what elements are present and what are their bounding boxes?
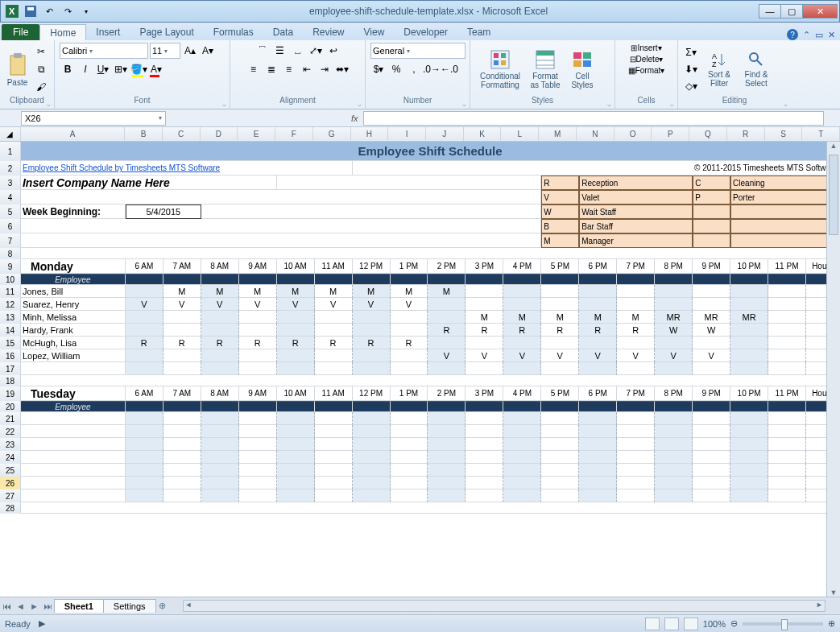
- shift-cell[interactable]: [617, 412, 655, 425]
- shift-cell[interactable]: [239, 464, 277, 477]
- shift-cell[interactable]: [503, 337, 541, 349]
- select-all-corner[interactable]: ◢: [0, 127, 21, 141]
- shift-cell[interactable]: [163, 489, 201, 502]
- col-header-T[interactable]: T: [802, 127, 840, 141]
- shift-cell[interactable]: R: [239, 337, 277, 349]
- shift-cell[interactable]: [503, 489, 541, 502]
- shift-cell[interactable]: [239, 477, 277, 489]
- row-header[interactable]: 3: [0, 176, 21, 190]
- macro-record-icon[interactable]: ▶: [39, 618, 45, 629]
- legend-code[interactable]: B: [541, 219, 579, 233]
- shift-cell[interactable]: [391, 425, 428, 438]
- fill-icon[interactable]: ⬇▾: [683, 61, 699, 77]
- ribbon-tab-data[interactable]: Data: [263, 24, 303, 40]
- shift-cell[interactable]: [730, 337, 768, 349]
- shift-cell[interactable]: [503, 412, 541, 425]
- horizontal-scrollbar[interactable]: [183, 600, 826, 612]
- shift-cell[interactable]: [579, 285, 617, 298]
- legend-name2[interactable]: Porter: [730, 190, 840, 204]
- shift-cell[interactable]: [277, 349, 315, 362]
- increase-indent-icon[interactable]: ⇥: [317, 61, 333, 77]
- shift-cell[interactable]: [201, 451, 239, 464]
- subhdr[interactable]: [541, 274, 579, 285]
- week-beginning-label[interactable]: Week Beginning:: [21, 204, 126, 219]
- time-header[interactable]: 1 PM: [391, 386, 428, 401]
- col-header-H[interactable]: H: [351, 127, 389, 141]
- subhdr[interactable]: [503, 274, 541, 285]
- shift-cell[interactable]: [201, 438, 239, 451]
- shift-cell[interactable]: [163, 412, 201, 425]
- shift-cell[interactable]: [466, 489, 503, 502]
- subhdr[interactable]: [239, 401, 277, 412]
- shift-cell[interactable]: [579, 412, 617, 425]
- shift-cell[interactable]: [693, 337, 730, 349]
- shift-cell[interactable]: [277, 451, 315, 464]
- legend-name2[interactable]: [730, 233, 840, 248]
- shift-cell[interactable]: [391, 311, 428, 324]
- shift-cell[interactable]: [579, 477, 617, 489]
- shift-cell[interactable]: [730, 438, 768, 451]
- shift-cell[interactable]: [391, 438, 428, 451]
- shift-cell[interactable]: [277, 412, 315, 425]
- align-center-icon[interactable]: ≣: [263, 61, 279, 77]
- shift-cell[interactable]: [579, 425, 617, 438]
- shift-cell[interactable]: [239, 489, 277, 502]
- shift-cell[interactable]: M: [503, 311, 541, 324]
- subhdr[interactable]: [466, 401, 503, 412]
- subhdr[interactable]: [617, 401, 655, 412]
- shift-cell[interactable]: V: [163, 298, 201, 311]
- shift-cell[interactable]: [277, 362, 315, 375]
- page-break-view-icon[interactable]: [684, 618, 698, 630]
- cell-styles-button[interactable]: Cell Styles: [565, 43, 599, 95]
- shift-cell[interactable]: R: [541, 324, 579, 337]
- shift-cell[interactable]: [126, 477, 163, 489]
- maximize-button[interactable]: ▢: [780, 4, 803, 19]
- shift-cell[interactable]: [466, 464, 503, 477]
- font-name-combo[interactable]: Calibri: [60, 43, 148, 59]
- row-header[interactable]: 13: [0, 311, 21, 324]
- shift-cell[interactable]: [163, 324, 201, 337]
- shift-cell[interactable]: [579, 362, 617, 375]
- legend-name2[interactable]: [730, 204, 840, 219]
- time-header[interactable]: 10 AM: [277, 386, 315, 401]
- shift-cell[interactable]: [541, 362, 579, 375]
- increase-font-icon[interactable]: A▴: [182, 43, 198, 59]
- shift-cell[interactable]: [617, 464, 655, 477]
- subhdr[interactable]: [315, 274, 353, 285]
- font-color-button[interactable]: A▾: [148, 61, 164, 77]
- shift-cell[interactable]: [768, 349, 806, 362]
- row-header[interactable]: 16: [0, 349, 21, 362]
- employee-name[interactable]: [21, 464, 126, 477]
- border-button[interactable]: ⊞▾: [113, 61, 129, 77]
- legend-code2[interactable]: [693, 219, 730, 233]
- col-header-B[interactable]: B: [125, 127, 163, 141]
- legend-name[interactable]: Manager: [579, 233, 693, 248]
- shift-cell[interactable]: [503, 425, 541, 438]
- row-header[interactable]: 26: [0, 477, 21, 489]
- legend-name[interactable]: Reception: [579, 176, 693, 190]
- employee-name[interactable]: Minh, Melissa: [21, 311, 126, 324]
- shift-cell[interactable]: [579, 337, 617, 349]
- subhdr[interactable]: [201, 274, 239, 285]
- shift-cell[interactable]: [391, 362, 428, 375]
- decrease-font-icon[interactable]: A▾: [200, 43, 216, 59]
- time-header[interactable]: 10 PM: [730, 259, 768, 274]
- shift-cell[interactable]: [353, 412, 391, 425]
- shift-cell[interactable]: [579, 489, 617, 502]
- cut-icon[interactable]: ✂: [33, 43, 49, 60]
- window-restore-icon[interactable]: ▭: [815, 30, 823, 40]
- shift-cell[interactable]: [541, 285, 579, 298]
- subhdr[interactable]: [730, 401, 768, 412]
- shift-cell[interactable]: [277, 425, 315, 438]
- shift-cell[interactable]: M: [277, 285, 315, 298]
- ribbon-tab-view[interactable]: View: [354, 24, 395, 40]
- shift-cell[interactable]: [315, 489, 353, 502]
- shift-cell[interactable]: [768, 477, 806, 489]
- employee-name[interactable]: [21, 451, 126, 464]
- shift-cell[interactable]: [126, 451, 163, 464]
- shift-cell[interactable]: M: [315, 285, 353, 298]
- shift-cell[interactable]: [201, 412, 239, 425]
- subhdr[interactable]: [768, 274, 806, 285]
- shift-cell[interactable]: M: [391, 285, 428, 298]
- blank[interactable]: [21, 190, 541, 204]
